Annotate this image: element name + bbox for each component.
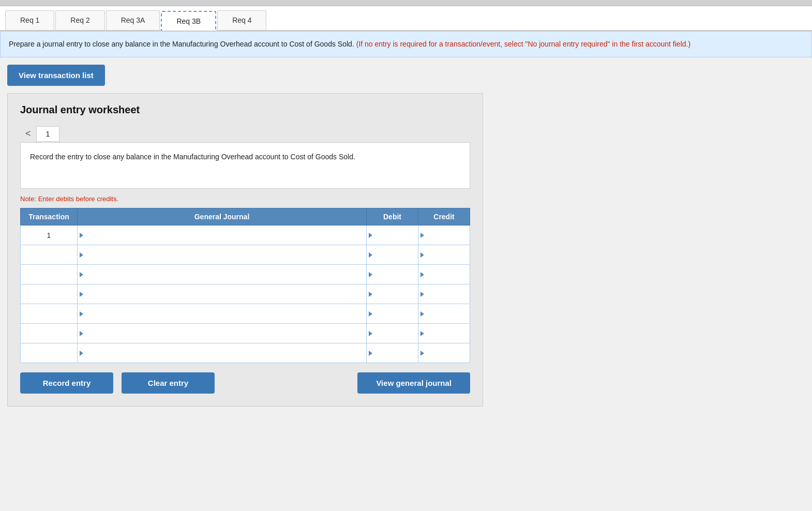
credit-cell[interactable] xyxy=(418,343,470,363)
credit-cell[interactable] xyxy=(418,324,470,343)
dropdown-triangle-icon xyxy=(369,311,372,317)
col-header-credit: Credit xyxy=(418,208,470,226)
dropdown-triangle-icon xyxy=(369,331,372,336)
table-row xyxy=(21,304,470,324)
debit-cell[interactable] xyxy=(367,324,418,343)
debit-cell[interactable] xyxy=(367,284,418,304)
transaction-cell xyxy=(21,284,78,304)
tabs-bar: Req 1 Req 2 Req 3A Req 3B Req 4 xyxy=(0,6,812,31)
transaction-cell xyxy=(21,343,78,363)
debit-cell[interactable] xyxy=(367,304,418,324)
dropdown-triangle-icon xyxy=(80,351,83,356)
tab-req3a[interactable]: Req 3A xyxy=(106,10,160,30)
bottom-btn-row: Record entry Clear entry View general jo… xyxy=(20,372,470,394)
worksheet-container: Journal entry worksheet < 1 Record the e… xyxy=(7,93,483,407)
tab-req2[interactable]: Req 2 xyxy=(55,10,104,30)
debit-cell[interactable] xyxy=(367,226,418,245)
table-row xyxy=(21,265,470,284)
dropdown-triangle-icon xyxy=(80,252,83,258)
transaction-cell xyxy=(21,324,78,343)
dropdown-triangle-icon xyxy=(369,252,372,258)
tab-req1[interactable]: Req 1 xyxy=(5,10,54,30)
dropdown-triangle-icon xyxy=(80,292,83,297)
debit-cell[interactable] xyxy=(367,343,418,363)
general-journal-cell[interactable] xyxy=(78,343,367,363)
tab-req3b[interactable]: Req 3B xyxy=(161,11,216,31)
info-red-text: (If no entry is required for a transacti… xyxy=(356,40,690,48)
credit-cell[interactable] xyxy=(418,245,470,265)
dropdown-triangle-icon xyxy=(420,272,424,277)
dropdown-triangle-icon xyxy=(420,331,424,336)
transaction-cell xyxy=(21,304,78,324)
table-row xyxy=(21,324,470,343)
dropdown-triangle-icon xyxy=(369,292,372,297)
col-header-general-journal: General Journal xyxy=(78,208,367,226)
credit-cell[interactable] xyxy=(418,265,470,284)
general-journal-cell[interactable] xyxy=(78,245,367,265)
dropdown-triangle-icon xyxy=(80,331,83,336)
general-journal-cell[interactable] xyxy=(78,226,367,245)
credit-cell[interactable] xyxy=(418,284,470,304)
debit-cell[interactable] xyxy=(367,265,418,284)
credit-cell[interactable] xyxy=(418,304,470,324)
tab-req4[interactable]: Req 4 xyxy=(217,10,266,30)
dropdown-triangle-icon xyxy=(420,252,424,258)
debit-cell[interactable] xyxy=(367,245,418,265)
dropdown-triangle-icon xyxy=(369,272,372,277)
col-header-debit: Debit xyxy=(367,208,418,226)
transaction-cell xyxy=(21,245,78,265)
general-journal-cell[interactable] xyxy=(78,324,367,343)
general-journal-cell[interactable] xyxy=(78,284,367,304)
transaction-cell xyxy=(21,265,78,284)
table-row xyxy=(21,284,470,304)
description-text: Record the entry to close any balance in… xyxy=(30,153,355,161)
prev-tab-button[interactable]: < xyxy=(20,125,36,142)
general-journal-cell[interactable] xyxy=(78,304,367,324)
col-header-transaction: Transaction xyxy=(21,208,78,226)
table-row xyxy=(21,343,470,363)
table-row xyxy=(21,245,470,265)
credit-cell[interactable] xyxy=(418,226,470,245)
note-text: Note: Enter debits before credits. xyxy=(20,195,470,203)
dropdown-triangle-icon xyxy=(369,351,372,356)
dropdown-triangle-icon xyxy=(80,233,83,238)
top-scrollbar[interactable] xyxy=(0,0,812,6)
info-box: Prepare a journal entry to close any bal… xyxy=(0,31,812,57)
dropdown-triangle-icon xyxy=(369,233,372,238)
record-entry-button[interactable]: Record entry xyxy=(20,372,113,394)
view-general-journal-button[interactable]: View general journal xyxy=(357,372,470,394)
worksheet-title: Journal entry worksheet xyxy=(20,104,470,116)
transaction-cell: 1 xyxy=(21,226,78,245)
active-tab-number: 1 xyxy=(36,126,60,142)
journal-table: Transaction General Journal Debit Credit… xyxy=(20,208,470,363)
info-main-text: Prepare a journal entry to close any bal… xyxy=(9,40,354,48)
dropdown-triangle-icon xyxy=(80,311,83,317)
dropdown-triangle-icon xyxy=(80,272,83,277)
table-row: 1 xyxy=(21,226,470,245)
description-box: Record the entry to close any balance in… xyxy=(20,142,470,189)
view-transaction-button[interactable]: View transaction list xyxy=(7,65,105,86)
general-journal-cell[interactable] xyxy=(78,265,367,284)
dropdown-triangle-icon xyxy=(420,351,424,356)
clear-entry-button[interactable]: Clear entry xyxy=(122,372,215,394)
dropdown-triangle-icon xyxy=(420,311,424,317)
dropdown-triangle-icon xyxy=(420,233,424,238)
dropdown-triangle-icon xyxy=(420,292,424,297)
entry-tabs: < 1 xyxy=(20,125,470,142)
